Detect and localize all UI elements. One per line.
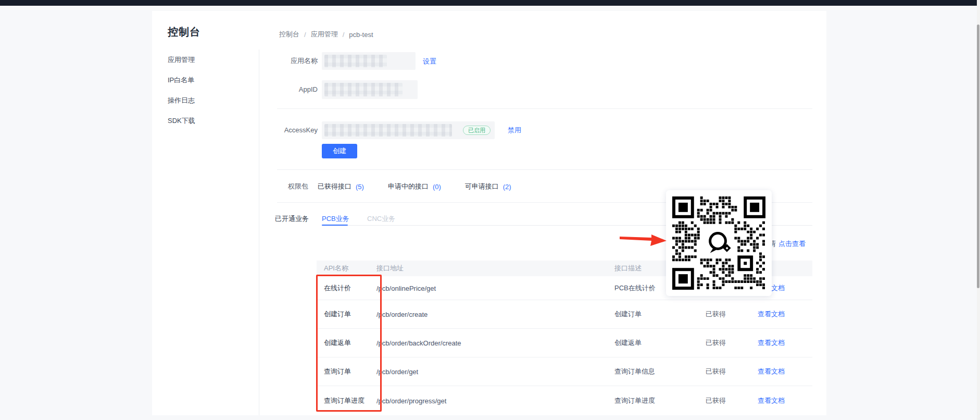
permissions-available-count[interactable]: (2): [503, 183, 511, 191]
breadcrumb-separator: /: [343, 31, 345, 39]
api-status: 已获得: [706, 310, 726, 319]
api-status: 已获得: [706, 338, 726, 348]
api-path: /pcb/onlinePrice/get: [376, 284, 436, 292]
permissions-row: 权限包 已获得接口 (5) 申请中的接口 (0) 可申请接口 (2): [288, 182, 535, 191]
header-api-name: API名称: [324, 264, 348, 273]
section-divider: [277, 108, 812, 109]
breadcrumb-app-management[interactable]: 应用管理: [311, 30, 338, 39]
section-divider: [277, 169, 812, 170]
breadcrumb-console[interactable]: 控制台: [279, 30, 299, 39]
permissions-label: 权限包: [288, 182, 308, 191]
permissions-pending-label: 申请中的接口: [388, 182, 429, 191]
table-row: 查询订单进度 /pcb/order/progress/get 查询订单进度 已获…: [317, 386, 812, 415]
api-desc: 创建订单: [614, 310, 642, 319]
tab-cnc[interactable]: CNC业务: [367, 214, 395, 224]
api-status: 已获得: [706, 396, 726, 405]
appid-value-masked: [322, 80, 418, 99]
view-doc-link[interactable]: 查看文档: [758, 396, 785, 405]
accesskey-value-masked: 已启用: [322, 121, 495, 139]
blurred-value: [324, 55, 387, 67]
permissions-obtained-label: 已获得接口: [318, 182, 351, 191]
sidebar-divider: [259, 50, 259, 415]
accesskey-label: AccessKey: [266, 121, 318, 139]
scrollbar-thumb[interactable]: [977, 24, 979, 288]
api-desc: 查询订单信息: [614, 367, 655, 376]
breadcrumb: 控制台 / 应用管理 / pcb-test: [279, 30, 373, 39]
api-status: 已获得: [706, 367, 726, 376]
wechat-qr-card: [666, 190, 772, 296]
disable-link[interactable]: 禁用: [508, 126, 521, 135]
api-desc: PCB在线计价: [614, 283, 656, 293]
api-desc: 查询订单进度: [614, 396, 655, 405]
api-path: /pcb/order/backOrder/create: [376, 339, 461, 347]
view-doc-link[interactable]: 查看文档: [758, 338, 785, 348]
view-doc-link[interactable]: 查看文档: [758, 310, 785, 319]
permissions-pending[interactable]: 申请中的接口 (0): [388, 182, 441, 191]
view-doc-link[interactable]: 查看文档: [758, 367, 785, 376]
status-badge-enabled: 已启用: [463, 126, 491, 135]
red-annotation-arrow: [620, 233, 668, 248]
permissions-available[interactable]: 可申请接口 (2): [465, 182, 511, 191]
page-title: 控制台: [168, 25, 200, 39]
click-to-view-link[interactable]: 点击查看: [778, 239, 806, 249]
content-card: 控制台 应用管理 IP白名单 操作日志 SDK下载 控制台 / 应用管理 / p…: [152, 11, 826, 415]
permissions-obtained[interactable]: 已获得接口 (5): [318, 182, 364, 191]
active-tab-underline: [322, 225, 348, 226]
app-name-value-masked: [322, 52, 416, 70]
app-name-label: 应用名称: [266, 52, 318, 70]
blurred-value: [324, 83, 403, 96]
create-button[interactable]: 创建: [322, 144, 357, 158]
api-path: /pcb/order/progress/get: [376, 397, 446, 405]
services-label: 已开通业务: [275, 214, 309, 224]
settings-link[interactable]: 设置: [423, 57, 436, 66]
header-api-desc: 接口描述: [614, 264, 642, 273]
header-api-path: 接口地址: [376, 264, 404, 273]
table-row: 创建返单 /pcb/order/backOrder/create 创建返单 已获…: [317, 329, 812, 357]
sidebar-item-app-management[interactable]: 应用管理: [168, 55, 195, 65]
table-row: 创建订单 /pcb/order/create 创建订单 已获得 查看文档: [317, 300, 812, 329]
wechat-qr-code: [672, 196, 765, 290]
blurred-value: [324, 124, 452, 137]
wechat-logo-icon: [705, 228, 733, 256]
breadcrumb-current: pcb-test: [349, 31, 373, 39]
tab-pcb[interactable]: PCB业务: [322, 214, 349, 224]
breadcrumb-separator: /: [304, 31, 306, 39]
sidebar-item-sdk-download[interactable]: SDK下载: [168, 116, 195, 126]
top-navbar: [0, 0, 977, 6]
table-row: 查询订单 /pcb/order/get 查询订单信息 已获得 查看文档: [317, 357, 812, 386]
console-page: 控制台 应用管理 IP白名单 操作日志 SDK下载 控制台 / 应用管理 / p…: [0, 0, 980, 420]
occluded-text-fragment: 请: [772, 239, 776, 248]
permissions-pending-count[interactable]: (0): [433, 183, 441, 191]
sidebar-item-ip-whitelist[interactable]: IP白名单: [168, 75, 194, 85]
red-annotation-box: [316, 275, 382, 412]
permissions-available-label: 可申请接口: [465, 182, 499, 191]
api-path: /pcb/order/create: [376, 311, 428, 318]
permissions-obtained-count[interactable]: (5): [356, 183, 364, 191]
sidebar-item-operation-log[interactable]: 操作日志: [168, 95, 195, 106]
appid-label: AppID: [266, 85, 318, 93]
api-desc: 创建返单: [614, 338, 642, 348]
api-path: /pcb/order/get: [376, 368, 418, 376]
